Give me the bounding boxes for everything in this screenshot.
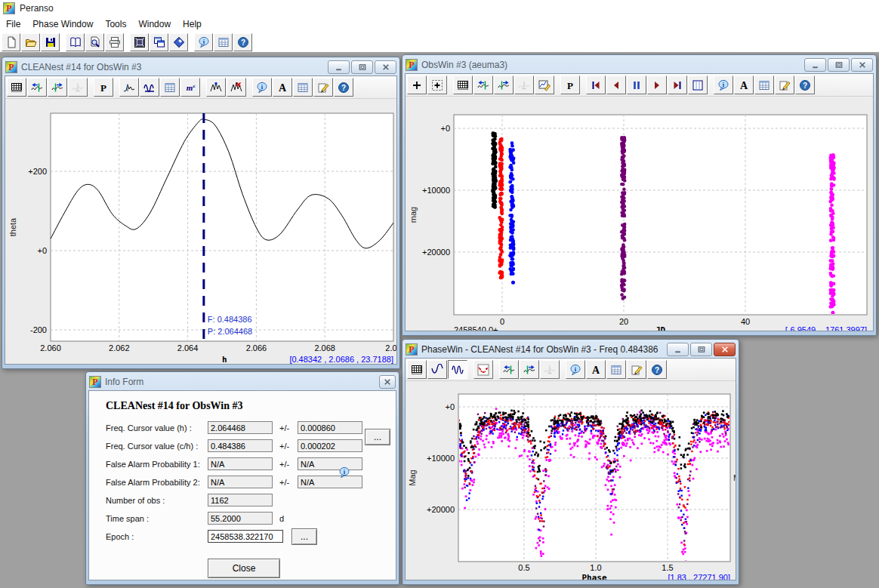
- plus-button[interactable]: [407, 75, 427, 94]
- peaks-del-button[interactable]: [227, 78, 246, 97]
- browse-epoch-button[interactable]: ...: [291, 528, 317, 545]
- info-balloon-button[interactable]: i: [566, 360, 585, 379]
- close-window-button[interactable]: [379, 375, 396, 389]
- obswin-titlebar[interactable]: P ObsWin #3 (aeuma3): [405, 57, 874, 73]
- grid-icon: [411, 364, 423, 376]
- play-icon: [651, 79, 663, 91]
- maximize-window-button[interactable]: [351, 60, 373, 74]
- obswin-caption-buttons: [804, 58, 873, 72]
- table-grid-button[interactable]: [606, 360, 626, 379]
- new-document-button[interactable]: [2, 33, 20, 51]
- skip-end-button[interactable]: [668, 75, 687, 94]
- table-grid-button[interactable]: [160, 78, 180, 97]
- fap-info-icon[interactable]: i: [338, 466, 350, 479]
- grid-button[interactable]: [7, 78, 26, 97]
- font-a-button[interactable]: A: [586, 360, 606, 379]
- edit-pen-button[interactable]: [775, 75, 794, 94]
- minimize-window-button[interactable]: [667, 343, 689, 356]
- form-value-6[interactable]: 2458538.322170: [208, 530, 283, 543]
- grid-button[interactable]: [453, 75, 473, 94]
- fit-window-button[interactable]: [130, 33, 149, 51]
- columns-book-button[interactable]: [688, 75, 708, 94]
- close-window-button[interactable]: [375, 60, 396, 74]
- grid-button[interactable]: [407, 360, 427, 379]
- maximize-window-button[interactable]: [828, 58, 850, 72]
- p-letter-button[interactable]: P: [560, 75, 580, 94]
- pause-button[interactable]: [627, 75, 646, 94]
- close-window-button[interactable]: [714, 343, 736, 356]
- help-button[interactable]: ?: [233, 33, 252, 51]
- info-balloon-button[interactable]: i: [252, 78, 272, 97]
- m-c-button[interactable]: mc: [180, 78, 200, 97]
- open-folder-icon: [25, 36, 37, 48]
- scatter-curve-button[interactable]: [473, 360, 493, 379]
- form-value-1: 0.484386: [208, 439, 273, 452]
- wave-underline-button[interactable]: [140, 78, 159, 97]
- browse-cursor-button[interactable]: ...: [365, 429, 390, 445]
- menu-help[interactable]: Help: [177, 17, 208, 31]
- help-button[interactable]: ?: [334, 78, 353, 97]
- cursor-right-button[interactable]: [48, 78, 67, 97]
- phasewin-titlebar[interactable]: P PhaseWin - CLEANest #14 for ObsWin #3 …: [405, 341, 736, 358]
- cursor-left-icon: [31, 82, 43, 94]
- font-a-button[interactable]: A: [273, 78, 292, 97]
- help-button[interactable]: ?: [795, 75, 815, 94]
- wave-double-button[interactable]: [448, 360, 467, 379]
- cursor-left-button[interactable]: [27, 78, 47, 97]
- plus-dotted-button[interactable]: [427, 75, 447, 94]
- minimize-window-button[interactable]: [328, 60, 350, 74]
- edit-pen-button[interactable]: [313, 78, 333, 97]
- cleanest-titlebar[interactable]: P CLEANest #14 for ObsWin #3: [5, 59, 397, 75]
- font-a-button[interactable]: A: [734, 75, 754, 94]
- close-window-button[interactable]: [851, 58, 873, 72]
- printer-button[interactable]: [105, 33, 124, 51]
- save-floppy-button[interactable]: [41, 33, 60, 51]
- cursor-right-button[interactable]: [520, 360, 539, 379]
- menu-file[interactable]: File: [0, 17, 26, 31]
- maximize-window-button[interactable]: [690, 343, 712, 356]
- font-a-icon: A: [590, 364, 602, 376]
- menu-window[interactable]: Window: [132, 17, 177, 31]
- peaks-add-button[interactable]: [206, 78, 226, 97]
- chart-pencil-button[interactable]: [535, 75, 554, 94]
- table-grid-button[interactable]: [754, 75, 774, 94]
- diamond-floppy-button[interactable]: [169, 33, 188, 51]
- form-value-4: 1162: [208, 494, 273, 506]
- edit-pen-icon: [631, 364, 643, 376]
- cleanest-periodogram-chart[interactable]: F: 0.484386P: 2.064468+200+0-2002.0602.0…: [5, 99, 396, 364]
- edit-pen-button[interactable]: [627, 360, 646, 379]
- menu-phase-window[interactable]: Phase Window: [26, 17, 99, 31]
- form-value-2: N/A: [208, 457, 273, 470]
- phasewin-phaseplot-chart[interactable]: +0+10000+200000.51.01.5Phase[1.83 , 2727…: [406, 381, 736, 580]
- book-open-button[interactable]: [66, 33, 85, 51]
- info-balloon-button[interactable]: i: [194, 33, 213, 51]
- obswin-lightcurve-chart[interactable]: +0+10000+20000020402458540.0+JD[-6.9549 …: [406, 97, 873, 331]
- print-preview-button[interactable]: [85, 33, 104, 51]
- help-button[interactable]: ?: [647, 360, 667, 379]
- peak-spectrum-button[interactable]: [119, 78, 139, 97]
- menu-tools[interactable]: Tools: [99, 17, 132, 31]
- play-button[interactable]: [647, 75, 667, 94]
- table-grid-button[interactable]: [214, 33, 233, 51]
- cascade-windows-button[interactable]: [150, 33, 168, 51]
- diamond-floppy-icon: [173, 36, 185, 48]
- cursor-left-button[interactable]: [499, 360, 519, 379]
- table-grid-button[interactable]: [293, 78, 313, 97]
- wave-single-button[interactable]: [427, 360, 447, 379]
- p-letter-button[interactable]: P: [94, 78, 113, 97]
- form-value-0: 2.064468: [208, 421, 273, 434]
- cursor-left-button[interactable]: [473, 75, 493, 94]
- cursor-gray-button: [540, 360, 560, 379]
- wave-underline-icon: [143, 82, 156, 94]
- peranso-window-icon: P: [5, 61, 17, 73]
- step-back-button[interactable]: [606, 75, 626, 94]
- open-folder-button[interactable]: [21, 33, 40, 51]
- info-balloon-button[interactable]: i: [714, 75, 733, 94]
- skip-start-button[interactable]: [586, 75, 606, 94]
- window-cleanest: P CLEANest #14 for ObsWin #3 PmciA? F: 0…: [2, 57, 400, 369]
- close-button[interactable]: Close: [208, 559, 280, 578]
- minimize-window-button[interactable]: [804, 58, 826, 72]
- cursor-right-button[interactable]: [494, 75, 514, 94]
- skip-start-icon: [590, 79, 602, 91]
- infoform-titlebar[interactable]: P Info Form: [88, 374, 396, 390]
